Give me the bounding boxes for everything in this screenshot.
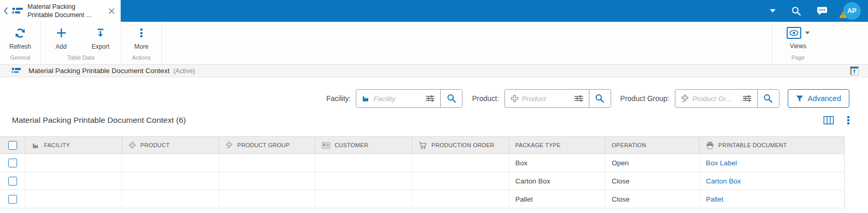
back-chevron-icon[interactable]	[4, 7, 8, 15]
context-icon	[12, 68, 21, 74]
cell-product	[122, 190, 219, 208]
product-group-filter-label: Product Group:	[620, 94, 670, 103]
status-badge: (Active)	[173, 67, 195, 75]
add-icon	[56, 27, 67, 39]
table-title-row: Material Packing Printable Document Cont…	[12, 110, 849, 131]
toolbar-group-label: Table Data	[45, 53, 117, 64]
expand-panel-icon[interactable]	[850, 66, 859, 75]
column-header-product-group[interactable]: PRODUCT GROUP	[219, 137, 315, 153]
cart-icon	[418, 141, 427, 149]
row-checkbox[interactable]	[8, 177, 17, 186]
table-title: Material Packing Printable Document Cont…	[12, 116, 186, 125]
cell-product	[122, 172, 219, 190]
filter-options-icon[interactable]	[737, 90, 757, 107]
table-menu-icon[interactable]	[847, 116, 849, 124]
cell-customer	[315, 190, 412, 208]
column-header-customer[interactable]: CUSTOMER	[315, 137, 412, 153]
table-row[interactable]: Pallet Close Pallet	[0, 190, 845, 208]
user-avatar[interactable]: AP	[843, 2, 861, 20]
product-group-icon	[675, 90, 692, 107]
factory-icon	[32, 141, 40, 149]
product-input[interactable]	[522, 90, 569, 107]
export-icon	[95, 27, 106, 39]
cell-product	[122, 154, 219, 172]
data-grid: FACILITY PRODUCT PRODUCT GROUP CUSTOMER …	[0, 136, 845, 208]
toolbar-group-label: Page	[782, 53, 815, 64]
facility-search-button[interactable]	[440, 90, 462, 107]
export-button[interactable]: Export	[84, 27, 117, 50]
toolbar-group-actions: More Actions	[121, 22, 162, 64]
warning-icon	[839, 11, 847, 20]
cell-facility	[25, 172, 122, 190]
more-button[interactable]: More	[125, 27, 157, 50]
views-caret-icon[interactable]	[805, 31, 810, 35]
views-button[interactable]: Views	[782, 22, 815, 53]
cell-operation: Open	[605, 154, 699, 172]
product-group-filter-control	[675, 89, 779, 108]
facility-filter-label: Facility:	[326, 94, 351, 103]
column-header-printable-document[interactable]: PRINTABLE DOCUMENT	[699, 137, 845, 153]
cell-facility	[25, 154, 122, 172]
product-search-button[interactable]	[589, 90, 611, 107]
cell-customer	[315, 154, 412, 172]
cell-package-type: Carton Box	[509, 172, 605, 190]
refresh-icon	[15, 27, 26, 39]
more-label: More	[134, 43, 148, 50]
column-header-package-type[interactable]: PACKAGE TYPE	[509, 137, 605, 153]
close-icon[interactable]	[108, 8, 115, 15]
tab-title-line2: Printable Document ...	[27, 11, 92, 20]
row-checkbox[interactable]	[8, 195, 17, 204]
facility-filter-control	[356, 89, 462, 108]
context-icon	[12, 8, 23, 15]
chevron-down-icon[interactable]	[770, 9, 776, 13]
toolbar: Refresh General Add Export Table Data	[0, 22, 868, 65]
product-group-search-button[interactable]	[757, 90, 779, 107]
chat-icon[interactable]	[817, 6, 828, 16]
page-title: Material Packing Printable Document Cont…	[28, 67, 169, 75]
more-icon	[140, 27, 142, 39]
printable-document-link[interactable]: Pallet	[706, 195, 724, 203]
filter-options-icon[interactable]	[420, 90, 440, 107]
funnel-icon	[796, 95, 803, 102]
cell-customer	[315, 172, 412, 190]
add-label: Add	[55, 43, 66, 50]
columns-icon[interactable]	[823, 116, 834, 124]
printable-document-link[interactable]: Box Label	[706, 159, 737, 167]
cell-operation: Close	[605, 190, 699, 208]
select-all-checkbox[interactable]	[8, 141, 17, 150]
toolbar-spacer	[162, 22, 772, 64]
printer-icon	[706, 141, 714, 149]
product-group-icon	[225, 141, 233, 149]
facility-input[interactable]	[373, 90, 420, 107]
advanced-label: Advanced	[808, 94, 842, 103]
refresh-button[interactable]: Refresh	[4, 27, 36, 50]
row-checkbox[interactable]	[8, 159, 17, 167]
active-tab[interactable]: Material Packing Printable Document ...	[0, 0, 121, 22]
filter-options-icon[interactable]	[569, 90, 589, 107]
cell-facility	[25, 190, 122, 208]
advanced-button[interactable]: Advanced	[788, 89, 850, 108]
search-icon[interactable]	[791, 6, 801, 16]
cell-product-group	[219, 190, 315, 208]
customer-card-icon	[322, 142, 330, 149]
tab-title: Material Packing Printable Document ...	[27, 3, 92, 20]
column-header-product[interactable]: PRODUCT	[122, 137, 219, 153]
column-header-facility[interactable]: FACILITY	[25, 137, 122, 153]
filter-row: Facility: Product: Product Group:	[326, 87, 849, 110]
add-button[interactable]: Add	[45, 27, 77, 50]
topbar-icon-group: AP	[770, 0, 868, 22]
factory-icon	[356, 90, 373, 107]
column-header-operation[interactable]: OPERATION	[605, 137, 699, 153]
table-row[interactable]: Carton Box Close Carton Box	[0, 172, 845, 190]
eye-icon	[787, 27, 801, 39]
table-row[interactable]: Box Open Box Label	[0, 154, 845, 172]
cell-product-group	[219, 154, 315, 172]
product-group-input[interactable]	[692, 90, 737, 107]
product-filter-control	[504, 89, 611, 108]
column-header-production-order[interactable]: PRODUCTION ORDER	[412, 137, 509, 153]
printable-document-link[interactable]: Carton Box	[706, 177, 741, 185]
product-icon	[505, 90, 522, 107]
cell-product-group	[219, 172, 315, 190]
cell-operation: Close	[605, 172, 699, 190]
views-label: Views	[790, 42, 806, 50]
